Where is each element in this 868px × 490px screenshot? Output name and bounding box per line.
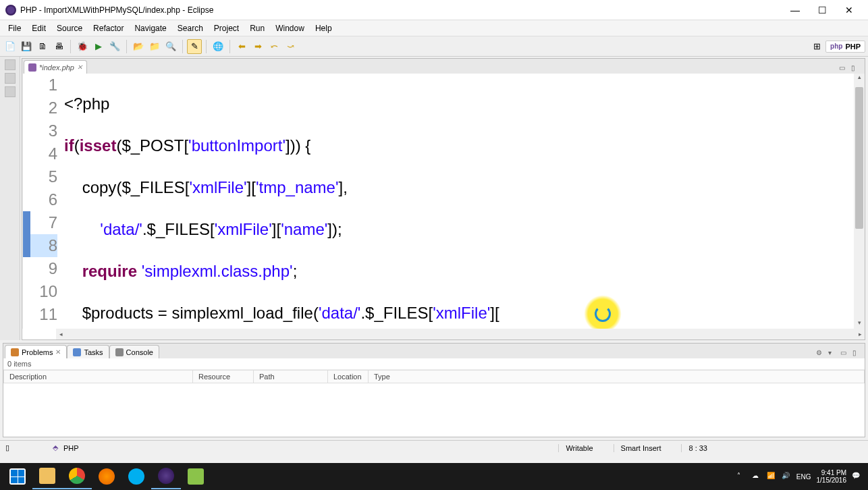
file-explorer-button[interactable] (32, 464, 62, 489)
tab-problems[interactable]: Problems ✕ (5, 345, 67, 358)
minimize-view-icon[interactable]: ▭ (840, 349, 850, 358)
status-bar: ▯ ⬘ PHP Writable Smart Insert 8 : 33 (0, 440, 868, 455)
toggle-button[interactable]: ✎ (187, 39, 202, 54)
notifications-icon[interactable]: 💬 (852, 472, 861, 481)
php-icon: ⬘ (53, 443, 58, 452)
eclipse-icon (5, 5, 16, 16)
perspective-label: PHP (845, 43, 861, 51)
open-type-button[interactable]: 📂 (131, 39, 146, 54)
onedrive-icon[interactable]: ☁ (752, 472, 761, 481)
browser-button[interactable]: 🌐 (211, 39, 225, 54)
left-trim (0, 57, 20, 340)
line-numbers: 1 2 3 4 5 6 7 8 9 10 11 (30, 74, 64, 329)
problems-panel: Problems ✕ Tasks Console ⚙ ▾ ▭ ▯ 0 items… (3, 343, 865, 437)
view-shortcut-icon[interactable] (5, 86, 16, 97)
status-insert: Smart Insert (614, 444, 668, 452)
panel-toolbar: ⚙ ▾ ▭ ▯ (159, 349, 865, 358)
nav-back-button[interactable]: ⬅ (234, 39, 249, 54)
col-description[interactable]: Description (4, 371, 193, 383)
skype-button[interactable] (121, 464, 151, 489)
tab-close-icon[interactable]: ✕ (77, 63, 82, 71)
save-button[interactable]: 💾 (19, 39, 34, 54)
open-perspective-button[interactable]: ⊞ (809, 39, 824, 54)
search-button[interactable]: 🔍 (163, 39, 178, 54)
system-tray[interactable]: ˄ ☁ 📶 🔊 ENG 9:41 PM 1/15/2016 💬 (737, 469, 865, 484)
menu-project[interactable]: Project (209, 22, 244, 34)
toolbar: 📄 💾 🗎 🖶 🐞 ▶ 🔧 📂 📁 🔍 ✎ 🌐 ⬅ ➡ ⤺ ⤻ ⊞ php PH… (0, 36, 868, 57)
horizontal-scrollbar[interactable]: ◂ ▸ (56, 329, 865, 339)
col-path[interactable]: Path (254, 371, 328, 383)
menu-bar: File Edit Source Refactor Navigate Searc… (0, 20, 868, 36)
menu-navigate[interactable]: Navigate (129, 22, 171, 34)
php-file-icon (28, 63, 36, 72)
problems-count: 0 items (3, 358, 865, 370)
tray-lang[interactable]: ENG (796, 473, 811, 481)
status-lang: PHP (63, 444, 79, 452)
external-tools-button[interactable]: 🔧 (107, 39, 122, 54)
chrome-button[interactable] (62, 464, 92, 489)
bottom-tabs: Problems ✕ Tasks Console ⚙ ▾ ▭ ▯ (3, 344, 865, 358)
open-task-button[interactable]: 📁 (147, 39, 162, 54)
col-location[interactable]: Location (328, 371, 369, 383)
separator (70, 40, 71, 53)
tray-up-icon[interactable]: ˄ (737, 472, 747, 481)
menu-help[interactable]: Help (310, 22, 337, 34)
separator (182, 40, 183, 53)
volume-icon[interactable]: 🔊 (782, 472, 791, 481)
tab-index-php[interactable]: *index.php ✕ (24, 60, 87, 74)
debug-button[interactable]: 🐞 (75, 39, 90, 54)
menu-file[interactable]: File (3, 22, 26, 34)
menu-source[interactable]: Source (51, 22, 88, 34)
menu-run[interactable]: Run (244, 22, 270, 34)
maximize-view-icon[interactable]: ▯ (852, 349, 862, 358)
save-all-button[interactable]: 🗎 (35, 39, 50, 54)
print-button[interactable]: 🖶 (51, 39, 66, 54)
problems-icon (11, 348, 19, 356)
view-shortcut-icon[interactable] (5, 73, 16, 84)
console-icon (115, 348, 124, 356)
menu-refactor[interactable]: Refactor (88, 22, 129, 34)
menu-edit[interactable]: Edit (26, 22, 51, 34)
code-content[interactable]: <?php if(isset($_POST['buttonImport'])) … (64, 74, 854, 329)
problems-table[interactable]: Description Resource Path Location Type (3, 370, 865, 437)
menu-window[interactable]: Window (270, 22, 310, 34)
tray-clock[interactable]: 9:41 PM 1/15/2016 (817, 469, 847, 484)
tab-close-icon[interactable]: ✕ (55, 348, 61, 356)
vertical-scrollbar[interactable]: ▴ ▾ (854, 74, 865, 329)
view-menu-icon[interactable]: ▾ (828, 349, 838, 358)
minimize-view-icon[interactable]: ▭ (839, 64, 848, 74)
nav-last-button[interactable]: ⤺ (267, 39, 281, 54)
perspective-php[interactable]: php PHP (825, 40, 865, 53)
nav-forward-button[interactable]: ➡ (250, 39, 265, 54)
separator (206, 40, 207, 53)
editor-tabs: *index.php ✕ ▭ ▯ (22, 59, 865, 74)
col-type[interactable]: Type (369, 371, 865, 383)
windows-taskbar: ˄ ☁ 📶 🔊 ENG 9:41 PM 1/15/2016 💬 (0, 463, 868, 490)
firefox-button[interactable] (92, 464, 121, 489)
title-bar: PHP - ImportXMLWithPHPMySQL/index.php - … (0, 0, 868, 20)
view-menu-icon[interactable]: ⚙ (816, 349, 825, 358)
tab-console[interactable]: Console (109, 345, 159, 358)
network-icon[interactable]: 📶 (767, 472, 776, 481)
status-writable: Writable (558, 444, 599, 452)
marker-column (22, 74, 30, 329)
start-button[interactable] (3, 464, 32, 489)
tab-toolbar: ▭ ▯ (87, 64, 865, 74)
php-icon: php (830, 43, 842, 50)
app-button[interactable] (181, 464, 211, 489)
maximize-view-icon[interactable]: ▯ (851, 64, 861, 74)
separator (229, 40, 230, 53)
separator (126, 40, 127, 53)
minimize-button[interactable]: — (782, 1, 809, 20)
menu-search[interactable]: Search (172, 22, 209, 34)
view-shortcut-icon[interactable] (5, 59, 16, 70)
code-editor[interactable]: 1 2 3 4 5 6 7 8 9 10 11 <?php if(isset($… (22, 74, 865, 329)
maximize-button[interactable]: ☐ (809, 1, 836, 20)
run-button[interactable]: ▶ (91, 39, 106, 54)
close-button[interactable]: ✕ (836, 1, 863, 20)
eclipse-button[interactable] (151, 464, 181, 489)
tab-tasks[interactable]: Tasks (67, 345, 109, 358)
col-resource[interactable]: Resource (193, 371, 254, 383)
nav-next-button[interactable]: ⤻ (283, 39, 298, 54)
new-button[interactable]: 📄 (3, 39, 18, 54)
